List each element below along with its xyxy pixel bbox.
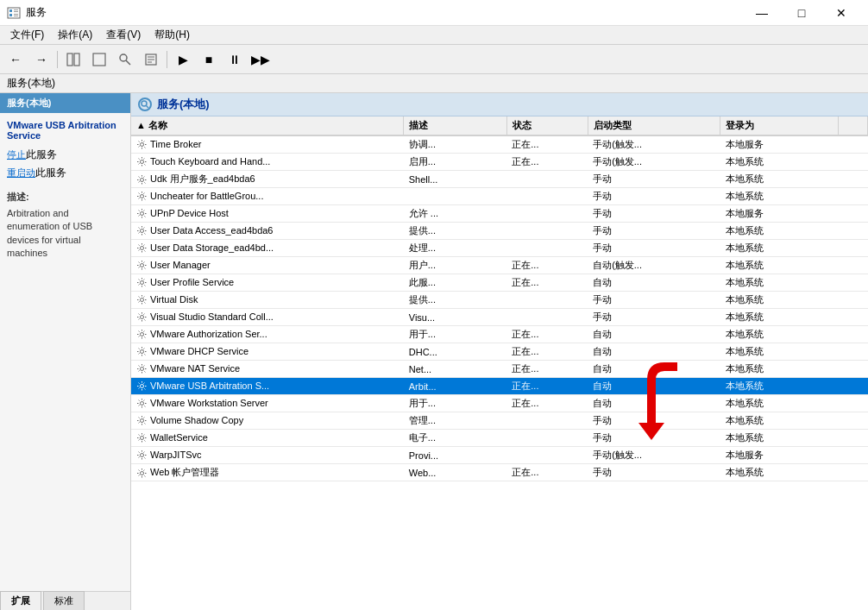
cell-extra [838,395,867,412]
stop-link[interactable]: 停止 [7,149,26,160]
play-button[interactable]: ▶ [171,48,195,71]
table-row[interactable]: User Profile Service 此服... 正在... 自动 本地系统 [131,274,868,292]
forward-button[interactable]: → [29,48,53,71]
maximize-button[interactable]: □ [782,0,821,26]
menu-help[interactable]: 帮助(H) [148,26,197,44]
svg-point-32 [141,385,144,388]
cell-login: 本地服务 [720,447,839,464]
service-description: Arbitration and enumeration of USB devic… [7,207,123,261]
svg-point-27 [141,299,144,302]
search-button[interactable] [113,48,137,71]
cell-desc: 用于... [404,326,506,343]
cell-startup: 手动 [588,171,720,188]
table-row[interactable]: Volume Shadow Copy 管理... 手动 本地系统 [131,412,868,430]
cell-startup: 自动 [588,395,720,412]
sidebar-content: VMware USB Arbitration Service 停止此服务 重启动… [0,113,130,591]
col-header-desc[interactable]: 描述 [404,116,506,135]
table-row[interactable]: Visual Studio Standard Coll... Visu... 手… [131,309,868,326]
cell-name: VMware DHCP Service [131,343,404,361]
table-row[interactable]: VMware USB Arbitration S... Arbit... 正在.… [131,378,868,395]
desc-label: 描述: [7,191,123,204]
svg-rect-6 [14,16,18,16]
menu-action[interactable]: 操作(A) [51,26,99,44]
cell-startup: 手动 [588,412,720,430]
cell-extra [838,188,867,205]
cell-status [506,292,588,309]
pause-button[interactable]: ⏸ [223,48,247,71]
cell-extra [838,326,867,343]
restart-link[interactable]: 重启动 [7,167,35,178]
cell-startup: 手动 [588,205,720,223]
cell-status [506,309,588,326]
cell-name: Volume Shadow Copy [131,412,404,430]
cell-login: 本地系统 [720,257,839,274]
stop-service-link[interactable]: 停止此服务 [7,148,123,162]
cell-status: 正在... [506,378,588,395]
table-row[interactable]: Web 帐户管理器 Web... 正在... 手动 本地系统 [131,464,868,481]
button2[interactable] [87,48,111,71]
table-row[interactable]: User Data Access_ead4bda6 提供... 手动 本地系统 [131,223,868,240]
table-row[interactable]: User Manager 用户... 正在... 自动(触发... 本地系统 [131,257,868,274]
cell-status [506,171,588,188]
svg-point-35 [141,437,144,440]
cell-extra [838,240,867,257]
cell-status: 正在... [506,361,588,378]
table-row[interactable]: Uncheater for BattleGrou... 手动 本地系统 [131,188,868,205]
cell-status [506,240,588,257]
minimize-button[interactable]: — [742,0,782,26]
tab-expand[interactable]: 扩展 [0,591,41,610]
export-button[interactable] [139,48,163,71]
svg-point-19 [141,160,144,164]
table-row[interactable]: User Data Storage_ead4bd... 处理... 手动 本地系… [131,240,868,257]
table-row[interactable]: UPnP Device Host 允许 ... 手动 本地服务 [131,205,868,223]
svg-point-28 [141,316,144,319]
svg-line-11 [126,60,130,65]
cell-desc: 启用... [404,154,506,171]
restart-button[interactable]: ▶▶ [248,48,273,71]
tab-standard[interactable]: 标准 [43,591,85,610]
col-header-login[interactable]: 登录为 [720,116,839,135]
stop-button[interactable]: ■ [197,48,221,71]
table-row[interactable]: WalletService 电子... 手动 本地系统 [131,430,868,447]
svg-rect-7 [67,53,72,66]
table-row[interactable]: VMware DHCP Service DHC... 正在... 自动 本地系统 [131,343,868,361]
cell-extra [838,292,867,309]
menu-file[interactable]: 文件(F) [3,26,51,44]
table-row[interactable]: VMware NAT Service Net... 正在... 自动 本地系统 [131,361,868,378]
cell-desc: Arbit... [404,378,506,395]
cell-extra [838,309,867,326]
close-button[interactable]: ✕ [821,0,861,26]
svg-rect-1 [9,9,12,12]
content-area: 服务(本地) ▲ 名称 描述 状态 启动类型 登录为 [131,93,868,610]
table-row[interactable]: Virtual Disk 提供... 手动 本地系统 [131,292,868,309]
cell-login: 本地系统 [720,223,839,240]
cell-startup: 手动 [588,223,720,240]
cell-login: 本地系统 [720,188,839,205]
cell-extra [838,343,867,361]
table-row[interactable]: Udk 用户服务_ead4bda6 Shell... 手动 本地系统 [131,171,868,188]
cell-login: 本地系统 [720,361,839,378]
table-row[interactable]: Touch Keyboard and Hand... 启用... 正在... 手… [131,154,868,171]
col-header-status[interactable]: 状态 [506,116,588,135]
cell-name: Uncheater for BattleGrou... [131,188,404,205]
cell-name: User Data Storage_ead4bd... [131,240,404,257]
back-button[interactable]: ← [3,48,28,71]
col-header-startup[interactable]: 启动类型 [588,116,720,135]
cell-desc: Web... [404,464,506,481]
title-controls: — □ ✕ [742,0,861,26]
table-header-row: ▲ 名称 描述 状态 启动类型 登录为 [131,116,868,135]
restart-service-link[interactable]: 重启动此服务 [7,166,123,180]
cell-startup: 手动 [588,188,720,205]
svg-point-29 [141,333,144,336]
table-row[interactable]: Time Broker 协调... 正在... 手动(触发... 本地服务 [131,135,868,154]
cell-extra [838,223,867,240]
services-table-container[interactable]: ▲ 名称 描述 状态 启动类型 登录为 Time Broker 协调... 正在… [131,116,868,610]
table-row[interactable]: VMware Authorization Ser... 用于... 正在... … [131,326,868,343]
cell-startup: 自动 [588,326,720,343]
cell-name: User Data Access_ead4bda6 [131,223,404,240]
table-row[interactable]: WarpJITSvc Provi... 手动(触发... 本地服务 [131,447,868,464]
table-row[interactable]: VMware Workstation Server 用于... 正在... 自动… [131,395,868,412]
show-hide-button[interactable] [61,48,85,71]
menu-view[interactable]: 查看(V) [99,26,148,44]
col-header-name[interactable]: ▲ 名称 [131,116,404,135]
